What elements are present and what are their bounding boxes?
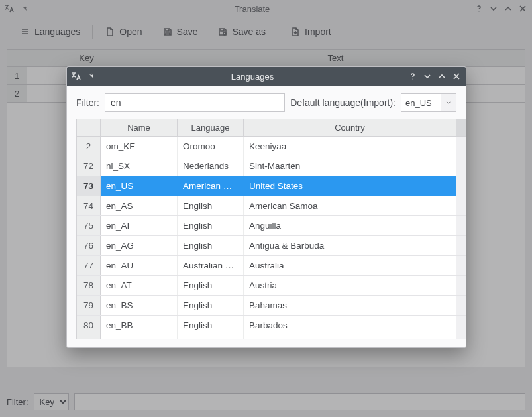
cell-country: Austria (244, 276, 456, 295)
scrollbar-track[interactable] (456, 236, 466, 255)
row-index: 79 (77, 296, 101, 315)
dialog-titlebar: Languages (67, 67, 466, 86)
language-row[interactable]: 79en_BSEnglishBahamas (77, 296, 466, 316)
row-index: 80 (77, 316, 101, 335)
dialog-filter-label: Filter: (76, 97, 99, 108)
cell-language: Oromoo (178, 137, 244, 156)
scrollbar-track[interactable] (456, 196, 466, 215)
cell-name: om_KE (101, 137, 178, 156)
cell-name: en_BE (101, 335, 178, 339)
row-index: 72 (77, 156, 101, 176)
app-window: Translate Languages Open Save Save as (0, 0, 532, 417)
default-language-input[interactable] (401, 93, 441, 112)
cell-country: Sint-Maarten (244, 156, 456, 176)
chevron-down-icon[interactable] (441, 93, 456, 112)
language-row[interactable]: 72nl_SXNederlandsSint-Maarten (77, 156, 466, 176)
dialog-title: Languages (97, 72, 407, 82)
cell-name: en_AI (101, 216, 178, 235)
scrollbar-track[interactable] (456, 256, 466, 275)
help-icon[interactable] (407, 71, 418, 82)
row-index: 75 (77, 216, 101, 235)
scrollbar-track[interactable] (456, 137, 466, 156)
cell-language: Australian … (178, 256, 244, 275)
language-row[interactable]: 80en_BBEnglishBarbados (77, 316, 466, 335)
row-index: 74 (77, 196, 101, 215)
dialog-filter-input[interactable] (105, 93, 285, 112)
cell-name: en_AS (101, 196, 178, 215)
cell-country: Barbados (244, 316, 456, 335)
row-index: 77 (77, 256, 101, 275)
row-index: 81 (77, 335, 101, 339)
pin-icon[interactable] (87, 71, 97, 82)
cell-language: English (178, 196, 244, 215)
cell-country: Anguilla (244, 216, 456, 235)
maximize-icon[interactable] (437, 71, 447, 82)
dialog-header-corner (77, 119, 101, 136)
scrollbar-track[interactable] (456, 276, 466, 295)
cell-language: English (178, 316, 244, 335)
language-row[interactable]: 74en_ASEnglishAmerican Samoa (77, 196, 466, 216)
language-row[interactable]: 81en_BEEnglishBelgium (77, 335, 466, 339)
col-language[interactable]: Language (178, 119, 244, 136)
cell-name: en_AT (101, 276, 178, 295)
scrollbar-track[interactable] (456, 216, 466, 235)
language-row[interactable]: 76en_AGEnglishAntigua & Barbuda (77, 236, 466, 256)
scrollbar-track[interactable] (456, 335, 466, 339)
language-row[interactable]: 73en_USAmerican …United States (77, 176, 466, 196)
dialog-table: Name Language Country 2om_KEOromooKeeniy… (76, 119, 466, 339)
language-row[interactable]: 78en_ATEnglishAustria (77, 276, 466, 296)
cell-country: Belgium (244, 335, 456, 339)
cell-language: Nederlands (178, 156, 244, 176)
language-row[interactable]: 75en_AIEnglishAnguilla (77, 216, 466, 236)
scrollbar-track[interactable] (456, 176, 466, 196)
cell-name: en_BS (101, 296, 178, 315)
scrollbar-track[interactable] (456, 296, 466, 315)
scrollbar-track[interactable] (456, 316, 466, 335)
row-index: 73 (77, 176, 101, 196)
svg-point-2 (412, 78, 413, 79)
row-index: 2 (77, 137, 101, 156)
language-row[interactable]: 2om_KEOromooKeeniyaa (77, 137, 466, 156)
row-index: 78 (77, 276, 101, 295)
cell-name: en_BB (101, 316, 178, 335)
dialog-default-label: Default language(Import): (290, 97, 396, 108)
languages-dialog: Languages Filter: Default language(Impor… (66, 66, 466, 348)
cell-country: Bahamas (244, 296, 456, 315)
dialog-filter-row: Filter: Default language(Import): (67, 86, 466, 119)
col-name[interactable]: Name (101, 119, 178, 136)
cell-language: English (178, 296, 244, 315)
cell-country: American Samoa (244, 196, 456, 215)
language-row[interactable]: 77en_AUAustralian …Australia (77, 256, 466, 276)
row-index: 76 (77, 236, 101, 255)
cell-language: American … (178, 176, 244, 196)
translate-app-icon (71, 71, 81, 82)
cell-name: en_AU (101, 256, 178, 275)
dialog-table-header: Name Language Country (77, 119, 466, 137)
cell-country: Australia (244, 256, 456, 275)
scrollbar-track[interactable] (456, 119, 466, 136)
default-language-combo[interactable] (401, 93, 456, 112)
cell-language: English (178, 236, 244, 255)
cell-language: English (178, 276, 244, 295)
col-country[interactable]: Country (244, 119, 456, 136)
scrollbar-track[interactable] (456, 156, 466, 176)
cell-language: English (178, 216, 244, 235)
cell-name: en_AG (101, 236, 178, 255)
cell-country: United States (244, 176, 456, 196)
close-icon[interactable] (451, 71, 462, 82)
cell-language: English (178, 335, 244, 339)
cell-name: en_US (101, 176, 178, 196)
minimize-icon[interactable] (422, 71, 433, 82)
cell-country: Keeniyaa (244, 137, 456, 156)
cell-name: nl_SX (101, 156, 178, 176)
cell-country: Antigua & Barbuda (244, 236, 456, 255)
